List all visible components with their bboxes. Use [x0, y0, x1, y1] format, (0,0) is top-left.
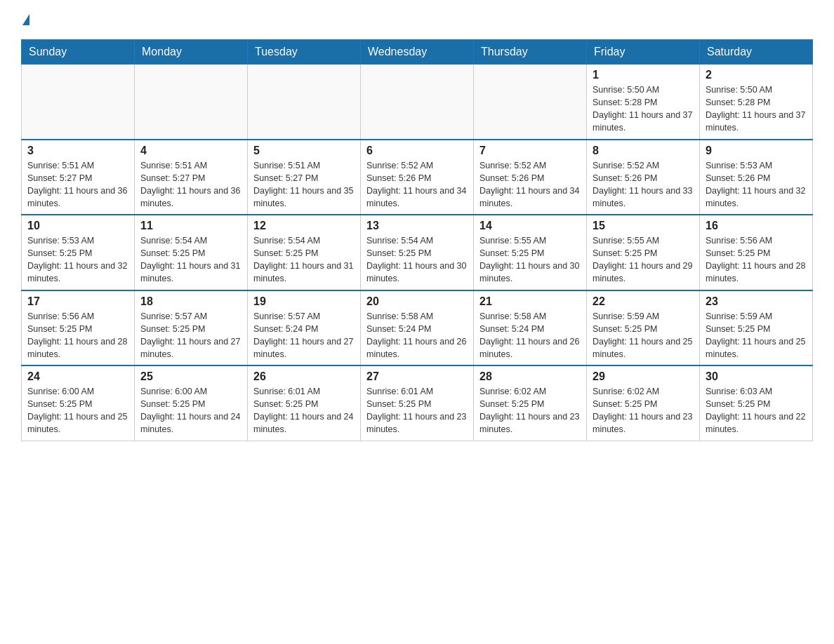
weekday-header-wednesday: Wednesday: [361, 40, 474, 65]
calendar-cell: 23Sunrise: 5:59 AM Sunset: 5:25 PM Dayli…: [700, 290, 813, 366]
calendar-cell: 5Sunrise: 5:51 AM Sunset: 5:27 PM Daylig…: [248, 140, 361, 215]
day-number: 17: [27, 295, 128, 308]
calendar-cell: 8Sunrise: 5:52 AM Sunset: 5:26 PM Daylig…: [587, 140, 700, 215]
calendar-cell: 22Sunrise: 5:59 AM Sunset: 5:25 PM Dayli…: [587, 290, 700, 366]
day-number: 13: [366, 220, 468, 232]
day-number: 9: [706, 145, 807, 157]
day-info: Sunrise: 5:54 AM Sunset: 5:25 PM Dayligh…: [253, 234, 355, 286]
day-number: 7: [479, 145, 581, 157]
day-number: 4: [140, 145, 241, 157]
calendar-cell: 2Sunrise: 5:50 AM Sunset: 5:28 PM Daylig…: [700, 65, 813, 140]
weekday-header-sunday: Sunday: [22, 40, 135, 65]
day-info: Sunrise: 5:50 AM Sunset: 5:28 PM Dayligh…: [593, 83, 694, 135]
day-info: Sunrise: 5:58 AM Sunset: 5:24 PM Dayligh…: [479, 310, 581, 361]
day-number: 23: [706, 295, 807, 308]
weekday-header-friday: Friday: [587, 40, 700, 65]
weekday-header-thursday: Thursday: [474, 40, 587, 65]
calendar-cell: 13Sunrise: 5:54 AM Sunset: 5:25 PM Dayli…: [361, 215, 474, 290]
calendar-cell: 1Sunrise: 5:50 AM Sunset: 5:28 PM Daylig…: [587, 65, 700, 140]
day-number: 15: [593, 220, 694, 232]
weekday-header-monday: Monday: [135, 40, 248, 65]
day-number: 21: [479, 295, 581, 308]
day-info: Sunrise: 5:51 AM Sunset: 5:27 PM Dayligh…: [27, 159, 128, 210]
day-number: 1: [593, 69, 694, 81]
page-header: [21, 14, 813, 25]
day-info: Sunrise: 6:02 AM Sunset: 5:25 PM Dayligh…: [479, 385, 581, 436]
day-number: 6: [366, 145, 468, 157]
calendar-cell: 30Sunrise: 6:03 AM Sunset: 5:25 PM Dayli…: [700, 365, 813, 441]
day-info: Sunrise: 5:59 AM Sunset: 5:25 PM Dayligh…: [706, 310, 807, 361]
calendar-cell: 25Sunrise: 6:00 AM Sunset: 5:25 PM Dayli…: [135, 365, 248, 441]
day-number: 22: [593, 295, 694, 308]
calendar-cell: 29Sunrise: 6:02 AM Sunset: 5:25 PM Dayli…: [587, 365, 700, 441]
day-info: Sunrise: 6:01 AM Sunset: 5:25 PM Dayligh…: [253, 385, 355, 436]
calendar-cell: 16Sunrise: 5:56 AM Sunset: 5:25 PM Dayli…: [700, 215, 813, 290]
calendar-cell: 15Sunrise: 5:55 AM Sunset: 5:25 PM Dayli…: [587, 215, 700, 290]
day-info: Sunrise: 5:52 AM Sunset: 5:26 PM Dayligh…: [593, 159, 694, 210]
calendar-cell: 19Sunrise: 5:57 AM Sunset: 5:24 PM Dayli…: [248, 290, 361, 366]
calendar-cell: 12Sunrise: 5:54 AM Sunset: 5:25 PM Dayli…: [248, 215, 361, 290]
day-info: Sunrise: 5:54 AM Sunset: 5:25 PM Dayligh…: [366, 234, 468, 286]
day-info: Sunrise: 6:02 AM Sunset: 5:25 PM Dayligh…: [593, 385, 694, 436]
day-info: Sunrise: 5:58 AM Sunset: 5:24 PM Dayligh…: [366, 310, 468, 361]
day-number: 30: [706, 370, 807, 383]
day-number: 25: [140, 370, 241, 383]
calendar-cell: 26Sunrise: 6:01 AM Sunset: 5:25 PM Dayli…: [248, 365, 361, 441]
day-number: 3: [27, 145, 128, 157]
day-info: Sunrise: 5:55 AM Sunset: 5:25 PM Dayligh…: [479, 234, 581, 286]
day-number: 8: [593, 145, 694, 157]
day-number: 14: [479, 220, 581, 232]
day-number: 5: [253, 145, 355, 157]
calendar-cell: 9Sunrise: 5:53 AM Sunset: 5:26 PM Daylig…: [700, 140, 813, 215]
calendar-cell: 27Sunrise: 6:01 AM Sunset: 5:25 PM Dayli…: [361, 365, 474, 441]
calendar-week-row: 17Sunrise: 5:56 AM Sunset: 5:25 PM Dayli…: [22, 290, 813, 366]
day-number: 11: [140, 220, 241, 232]
calendar-cell: 14Sunrise: 5:55 AM Sunset: 5:25 PM Dayli…: [474, 215, 587, 290]
day-info: Sunrise: 5:56 AM Sunset: 5:25 PM Dayligh…: [706, 234, 807, 286]
day-info: Sunrise: 5:52 AM Sunset: 5:26 PM Dayligh…: [479, 159, 581, 210]
calendar-cell: 10Sunrise: 5:53 AM Sunset: 5:25 PM Dayli…: [22, 215, 135, 290]
calendar-cell: 4Sunrise: 5:51 AM Sunset: 5:27 PM Daylig…: [135, 140, 248, 215]
day-number: 24: [27, 370, 128, 383]
day-info: Sunrise: 5:56 AM Sunset: 5:25 PM Dayligh…: [27, 310, 128, 361]
calendar-cell: 18Sunrise: 5:57 AM Sunset: 5:25 PM Dayli…: [135, 290, 248, 366]
day-info: Sunrise: 6:01 AM Sunset: 5:25 PM Dayligh…: [366, 385, 468, 436]
calendar-header-row: SundayMondayTuesdayWednesdayThursdayFrid…: [22, 40, 813, 65]
day-info: Sunrise: 5:50 AM Sunset: 5:28 PM Dayligh…: [706, 83, 807, 135]
calendar-cell: 20Sunrise: 5:58 AM Sunset: 5:24 PM Dayli…: [361, 290, 474, 366]
calendar-cell: [474, 65, 587, 140]
day-number: 2: [706, 69, 807, 81]
day-info: Sunrise: 5:57 AM Sunset: 5:24 PM Dayligh…: [253, 310, 355, 361]
calendar-cell: 17Sunrise: 5:56 AM Sunset: 5:25 PM Dayli…: [22, 290, 135, 366]
day-info: Sunrise: 6:00 AM Sunset: 5:25 PM Dayligh…: [140, 385, 241, 436]
day-info: Sunrise: 5:59 AM Sunset: 5:25 PM Dayligh…: [593, 310, 694, 361]
calendar-week-row: 3Sunrise: 5:51 AM Sunset: 5:27 PM Daylig…: [22, 140, 813, 215]
day-number: 19: [253, 295, 355, 308]
day-number: 26: [253, 370, 355, 383]
calendar-week-row: 1Sunrise: 5:50 AM Sunset: 5:28 PM Daylig…: [22, 65, 813, 140]
day-number: 12: [253, 220, 355, 232]
calendar-cell: 11Sunrise: 5:54 AM Sunset: 5:25 PM Dayli…: [135, 215, 248, 290]
calendar-cell: 7Sunrise: 5:52 AM Sunset: 5:26 PM Daylig…: [474, 140, 587, 215]
calendar-cell: 28Sunrise: 6:02 AM Sunset: 5:25 PM Dayli…: [474, 365, 587, 441]
day-number: 10: [27, 220, 128, 232]
calendar-week-row: 10Sunrise: 5:53 AM Sunset: 5:25 PM Dayli…: [22, 215, 813, 290]
calendar-cell: 21Sunrise: 5:58 AM Sunset: 5:24 PM Dayli…: [474, 290, 587, 366]
weekday-header-tuesday: Tuesday: [248, 40, 361, 65]
day-number: 18: [140, 295, 241, 308]
day-info: Sunrise: 5:51 AM Sunset: 5:27 PM Dayligh…: [253, 159, 355, 210]
logo-triangle-icon: [22, 14, 29, 25]
calendar-cell: [248, 65, 361, 140]
day-number: 20: [366, 295, 468, 308]
calendar-cell: 3Sunrise: 5:51 AM Sunset: 5:27 PM Daylig…: [22, 140, 135, 215]
day-number: 16: [706, 220, 807, 232]
calendar-week-row: 24Sunrise: 6:00 AM Sunset: 5:25 PM Dayli…: [22, 365, 813, 441]
calendar-cell: [22, 65, 135, 140]
day-info: Sunrise: 5:53 AM Sunset: 5:25 PM Dayligh…: [27, 234, 128, 286]
day-info: Sunrise: 5:55 AM Sunset: 5:25 PM Dayligh…: [593, 234, 694, 286]
day-info: Sunrise: 5:52 AM Sunset: 5:26 PM Dayligh…: [366, 159, 468, 210]
day-info: Sunrise: 6:03 AM Sunset: 5:25 PM Dayligh…: [706, 385, 807, 436]
day-info: Sunrise: 5:57 AM Sunset: 5:25 PM Dayligh…: [140, 310, 241, 361]
day-number: 27: [366, 370, 468, 383]
calendar-cell: 24Sunrise: 6:00 AM Sunset: 5:25 PM Dayli…: [22, 365, 135, 441]
